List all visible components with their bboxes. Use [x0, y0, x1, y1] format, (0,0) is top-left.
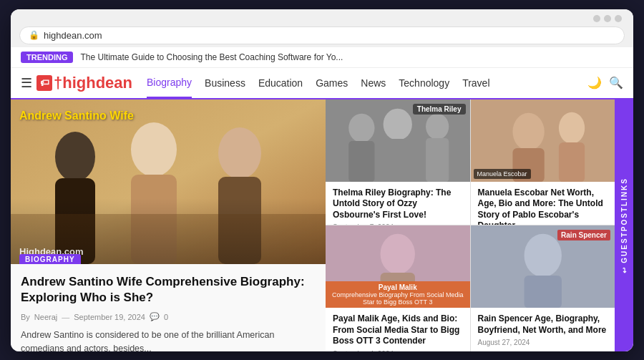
card-rain-body: Rain Spencer Age, Biography, Boyfriend, …: [471, 308, 615, 351]
url-text: highdean.com: [44, 30, 102, 41]
main-article: Andrew Santino Wife Highdean.com BIOGRAP…: [11, 99, 326, 351]
meta-comment-icon: 💬: [150, 312, 160, 321]
dot-2: [604, 15, 611, 22]
dot-1: [593, 15, 600, 22]
card-rain-image: Rain Spencer: [471, 225, 615, 308]
main-nav: ☰ 🏷 †highdean Biography Business Educati…: [11, 68, 633, 99]
main-article-excerpt: Andrew Santino is considered to be one o…: [21, 329, 316, 351]
card-thelma-body: Thelma Riley Biography: The Untold Story…: [326, 182, 470, 225]
card-payal[interactable]: Payal Malik Comprehensive Biography From…: [326, 225, 470, 351]
meta-separator: —: [62, 313, 69, 321]
card-thelma-title: Thelma Riley Biography: The Untold Story…: [333, 188, 463, 221]
nav-education[interactable]: Education: [258, 69, 303, 97]
dark-mode-button[interactable]: 🌙: [587, 76, 602, 89]
meta-date: September 19, 2024: [74, 313, 145, 321]
trending-text[interactable]: The Ultimate Guide to Choosing the Best …: [80, 52, 343, 62]
card-payal-body: Payal Malik Age, Kids and Bio: From Soci…: [326, 308, 470, 351]
browser-dots: [19, 15, 625, 22]
main-article-title[interactable]: Andrew Santino Wife Comprehensive Biogra…: [21, 274, 316, 307]
card-thelma-image: Thelma Riley: [326, 99, 470, 182]
card-payal-title: Payal Malik Age, Kids and Bio: From Soci…: [333, 313, 463, 347]
image-overlay: [11, 99, 326, 264]
card-rain[interactable]: Rain Spencer Rain Spencer Age, Biography…: [471, 225, 615, 351]
rain-badge: Rain Spencer: [557, 230, 610, 240]
nav-business[interactable]: Business: [205, 69, 245, 97]
meta-by: By: [21, 313, 30, 321]
svg-rect-21: [558, 142, 584, 182]
svg-point-23: [381, 234, 415, 274]
svg-point-26: [524, 234, 561, 277]
nav-biography[interactable]: Biography: [147, 68, 192, 98]
content-area: Andrew Santino Wife Highdean.com BIOGRAP…: [11, 99, 633, 351]
card-thelma-date: September 7, 2024: [333, 223, 463, 225]
card-manuela[interactable]: Manuela Escobar Manuela Escobar Net Wort…: [471, 99, 615, 225]
nav-links: Biography Business Education Games News …: [147, 68, 587, 98]
trending-label: TRENDING: [21, 52, 73, 63]
nav-technology[interactable]: Technology: [399, 69, 449, 97]
right-grid: Thelma Riley Thelma Riley Biography: The…: [326, 99, 615, 351]
browser-chrome: 🔒 highdean.com: [11, 9, 633, 47]
svg-rect-27: [524, 276, 561, 308]
main-article-body: Andrew Santino Wife Comprehensive Biogra…: [11, 264, 326, 351]
search-button[interactable]: 🔍: [609, 76, 623, 89]
card-rain-date: August 27, 2024: [478, 339, 608, 346]
logo-text: †highdean: [54, 74, 132, 92]
card-manuela-title: Manuela Escobar Net Worth, Age, Bio and …: [478, 188, 608, 225]
payal-overlay: Payal Malik Comprehensive Biography From…: [326, 281, 470, 308]
meta-comments: 0: [164, 313, 168, 321]
svg-point-20: [558, 112, 584, 143]
card-payal-date: September 4, 2024: [333, 350, 463, 351]
card-rain-title: Rain Spencer Age, Biography, Boyfriend, …: [478, 313, 608, 336]
card-thelma[interactable]: Thelma Riley Thelma Riley Biography: The…: [326, 99, 470, 225]
nav-news[interactable]: News: [361, 69, 386, 97]
dot-3: [615, 15, 622, 22]
lock-icon: 🔒: [29, 30, 39, 40]
right-sidebar-ad[interactable]: ↩ GUESTPOSTLINKS: [615, 99, 633, 351]
logo-icon: 🏷: [36, 75, 52, 91]
article-image-title: Andrew Santino Wife: [19, 110, 134, 122]
browser-window: 🔒 highdean.com TRENDING The Ultimate Gui…: [11, 9, 633, 351]
main-article-meta: By Neeraj — September 19, 2024 💬 0: [21, 312, 316, 321]
main-article-image[interactable]: Andrew Santino Wife Highdean.com BIOGRAP…: [11, 99, 326, 264]
card-manuela-image: Manuela Escobar: [471, 99, 615, 182]
trending-bar: TRENDING The Ultimate Guide to Choosing …: [11, 47, 633, 68]
hamburger-icon[interactable]: ☰: [21, 75, 32, 91]
logo[interactable]: 🏷 †highdean: [36, 74, 132, 92]
sidebar-ad-text: ↩ GUESTPOSTLINKS: [620, 177, 628, 273]
card-manuela-body: Manuela Escobar Net Worth, Age, Bio and …: [471, 182, 615, 225]
address-bar[interactable]: 🔒 highdean.com: [19, 26, 625, 44]
nav-games[interactable]: Games: [316, 69, 348, 97]
nav-icons: 🌙 🔍: [587, 76, 623, 89]
article-category-badge: BIOGRAPHY: [19, 254, 81, 264]
nav-travel[interactable]: Travel: [462, 69, 489, 97]
meta-author[interactable]: Neeraj: [34, 313, 57, 321]
card-payal-image: Payal Malik Comprehensive Biography From…: [326, 225, 470, 308]
svg-point-18: [512, 112, 544, 150]
thelma-badge: Thelma Riley: [413, 104, 466, 115]
manuela-label: Manuela Escobar: [474, 169, 531, 179]
